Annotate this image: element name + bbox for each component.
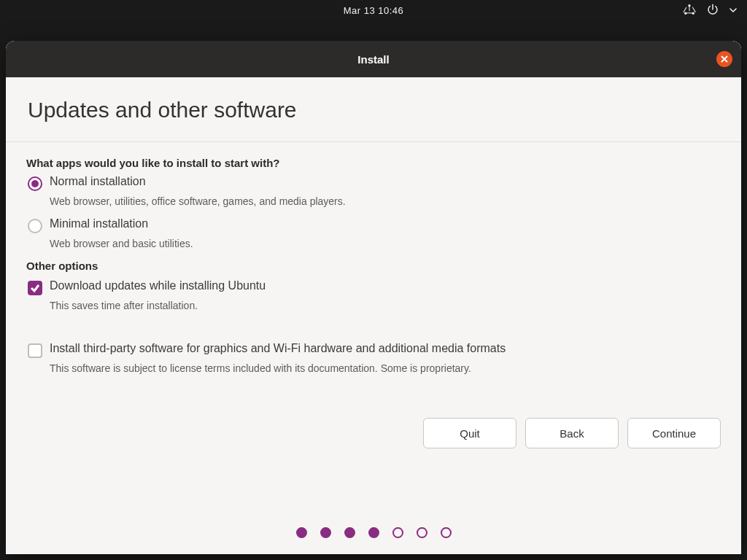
network-icon[interactable]: [683, 3, 696, 18]
page-heading: Updates and other software: [6, 77, 741, 142]
window-titlebar: Install: [6, 41, 741, 77]
close-button[interactable]: [716, 51, 732, 67]
other-options-heading: Other options: [26, 260, 721, 272]
quit-button[interactable]: Quit: [423, 418, 516, 448]
progress-dot: [392, 527, 403, 538]
chevron-down-icon[interactable]: [729, 5, 737, 16]
action-buttons: Quit Back Continue: [6, 406, 741, 448]
progress-indicator: [6, 527, 741, 538]
radio-minimal-installation[interactable]: Minimal installation: [28, 217, 721, 233]
progress-dot: [417, 527, 427, 538]
checkbox-third-party[interactable]: Install third-party software for graphic…: [28, 342, 721, 358]
progress-dot: [320, 527, 331, 538]
clock[interactable]: Mar 13 10:46: [344, 5, 404, 16]
svg-rect-6: [692, 7, 696, 12]
radio-minimal-description: Web browser and basic utilities.: [50, 238, 721, 249]
svg-rect-4: [686, 12, 693, 13]
checkbox-download-updates-description: This saves time after installation.: [50, 300, 721, 311]
apps-question: What apps would you like to install to s…: [26, 157, 721, 169]
progress-dot: [296, 527, 307, 538]
form-body: What apps would you like to install to s…: [6, 142, 741, 384]
system-topbar: Mar 13 10:46: [0, 0, 747, 20]
radio-icon: [28, 219, 42, 233]
checkbox-label: Install third-party software for graphic…: [50, 342, 506, 355]
installer-window: Install Updates and other software What …: [6, 41, 741, 554]
radio-icon: [28, 176, 42, 191]
radio-label: Minimal installation: [50, 217, 148, 230]
content-area: Updates and other software What apps wou…: [6, 77, 741, 554]
checkbox-label: Download updates while installing Ubuntu: [50, 279, 266, 292]
power-icon[interactable]: [706, 3, 719, 18]
progress-dot: [441, 527, 452, 538]
progress-dot: [368, 527, 379, 538]
radio-label: Normal installation: [50, 175, 146, 188]
checkbox-download-updates[interactable]: Download updates while installing Ubuntu: [28, 279, 721, 295]
progress-dot: [344, 527, 355, 538]
checkbox-icon: [28, 281, 42, 295]
continue-button[interactable]: Continue: [627, 418, 721, 448]
checkbox-third-party-description: This software is subject to license term…: [50, 362, 721, 374]
radio-normal-installation[interactable]: Normal installation: [28, 175, 721, 191]
radio-normal-description: Web browser, utilities, office software,…: [50, 195, 721, 207]
system-tray: [683, 0, 737, 20]
svg-rect-3: [689, 6, 689, 11]
back-button[interactable]: Back: [525, 418, 619, 448]
window-title: Install: [357, 53, 389, 66]
checkbox-icon: [28, 343, 42, 358]
close-icon: [720, 55, 729, 63]
svg-rect-5: [683, 7, 686, 12]
